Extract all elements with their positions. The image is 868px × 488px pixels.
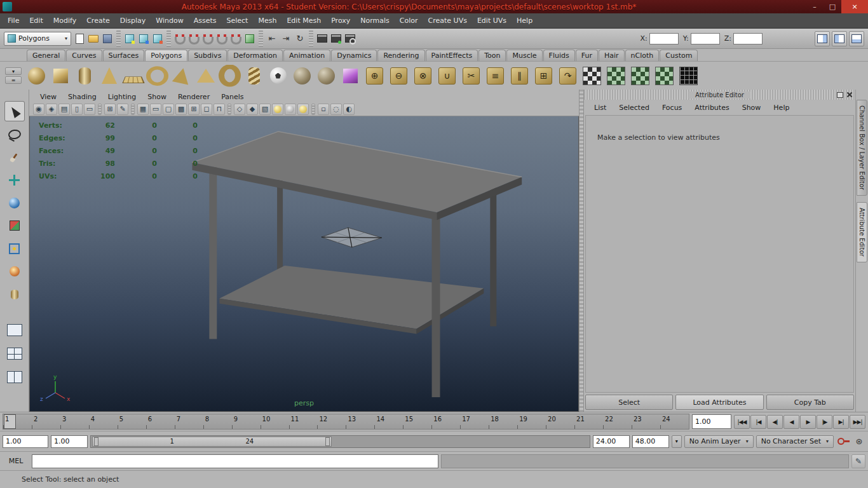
safe-action-icon[interactable] — [201, 104, 212, 115]
z-coordinate-field[interactable] — [733, 33, 763, 44]
grid-icon[interactable] — [137, 104, 149, 115]
y-coordinate-field[interactable] — [691, 33, 720, 44]
go-to-playback-end-button[interactable]: ▶▶| — [850, 415, 865, 429]
command-language-toggle[interactable]: MEL — [3, 457, 29, 465]
sidebar-tab[interactable]: Attribute Editor — [857, 202, 867, 262]
wireframe-icon[interactable] — [234, 104, 245, 115]
select-by-object-type-icon[interactable] — [137, 32, 151, 46]
frame-tick[interactable]: 19 — [517, 414, 546, 429]
frame-tick[interactable]: 4 — [89, 414, 118, 429]
paint-selection-tool[interactable] — [4, 147, 25, 167]
auto-keyframe-button[interactable] — [836, 435, 850, 448]
bookmarks-icon[interactable] — [71, 104, 83, 115]
poly-soccer-ball-icon[interactable] — [267, 65, 289, 87]
automatic-mapping-icon[interactable] — [605, 65, 627, 87]
snap-to-projected-center-icon[interactable] — [215, 32, 229, 46]
frame-tick[interactable]: 8 — [203, 414, 232, 429]
playback-options-dropdown[interactable]: ▾ — [672, 435, 682, 448]
menu-item[interactable]: Create UVs — [423, 13, 472, 28]
sculpt-geometry-icon[interactable] — [291, 65, 313, 87]
playback-end-field[interactable] — [593, 435, 630, 448]
menu-item[interactable]: Modify — [48, 13, 81, 28]
frame-tick[interactable]: 21 — [574, 414, 603, 429]
shelf-tab[interactable]: Dynamics — [331, 50, 377, 61]
menu-set-selector[interactable]: Polygons ▾ — [4, 32, 71, 46]
poly-torus-icon[interactable] — [146, 65, 168, 87]
new-scene-icon[interactable] — [72, 32, 86, 46]
panel-menu-item[interactable]: Show — [142, 93, 172, 101]
shadows-icon[interactable] — [285, 104, 296, 115]
open-scene-icon[interactable] — [86, 32, 100, 46]
save-scene-icon[interactable] — [100, 32, 114, 46]
menu-item[interactable]: Color — [395, 13, 423, 28]
make-live-icon[interactable] — [243, 32, 257, 46]
command-input[interactable] — [32, 454, 438, 468]
separator[interactable] — [98, 104, 102, 115]
extract-icon[interactable] — [412, 65, 434, 87]
frame-tick[interactable]: 18 — [489, 414, 517, 429]
use-all-lights-icon[interactable] — [272, 104, 283, 115]
menu-item[interactable]: Mesh — [253, 13, 281, 28]
show-manipulator-tool[interactable] — [4, 284, 25, 304]
ipr-render-icon[interactable] — [329, 32, 343, 46]
spherical-mapping-icon[interactable] — [653, 65, 675, 87]
menu-item[interactable]: Proxy — [326, 13, 355, 28]
shelf-tab[interactable]: Toon — [478, 50, 506, 61]
shelf-tab[interactable]: Custom — [660, 50, 698, 61]
playback-start-field[interactable] — [51, 435, 88, 448]
anim-layer-dropdown[interactable]: No Anim Layer ▾ — [684, 435, 754, 448]
frame-tick[interactable]: 13 — [346, 414, 374, 429]
perspective-viewport[interactable]: Verts: 62 0 0 Edges: 99 0 0 — [29, 116, 579, 412]
menu-item[interactable]: Select — [221, 13, 253, 28]
gate-mask-icon[interactable] — [175, 104, 187, 115]
soft-modification-tool[interactable] — [4, 261, 25, 281]
attribute-editor-menu-item[interactable]: Show — [736, 104, 768, 112]
shelf-tab[interactable]: Curves — [66, 50, 102, 61]
screen-space-ao-icon[interactable] — [297, 104, 309, 115]
frame-tick[interactable]: 23 — [632, 414, 660, 429]
go-to-playback-start-button[interactable]: |◀◀ — [734, 415, 750, 429]
shelf-tab[interactable]: Animation — [283, 50, 330, 61]
select-by-hierarchy-icon[interactable] — [123, 32, 137, 46]
select-by-component-type-icon[interactable] — [151, 32, 165, 46]
poly-pyramid-icon[interactable] — [194, 65, 217, 87]
panel-menu-item[interactable]: Renderer — [172, 93, 215, 101]
snap-to-curves-icon[interactable] — [187, 32, 201, 46]
universal-manipulator-tool[interactable] — [4, 238, 25, 259]
shelf-tab[interactable]: Fur — [576, 50, 598, 61]
rotate-tool[interactable] — [4, 193, 25, 213]
frame-tick[interactable]: 17 — [460, 414, 489, 429]
shelf-tab[interactable]: Surfaces — [103, 50, 145, 61]
frame-tick[interactable]: 11 — [289, 414, 318, 429]
menu-item[interactable]: Edit Mesh — [281, 13, 326, 28]
poly-cone-icon[interactable] — [98, 65, 120, 87]
frame-tick[interactable]: 12 — [317, 414, 346, 429]
combine-icon[interactable] — [363, 65, 386, 87]
attribute-editor-menu-item[interactable]: Focus — [656, 104, 688, 112]
lasso-tool[interactable] — [4, 124, 25, 144]
camera-attributes-icon[interactable] — [58, 104, 70, 115]
menu-item[interactable]: Window — [151, 13, 188, 28]
booleans-icon[interactable] — [436, 65, 458, 87]
range-handle-right[interactable] — [325, 437, 330, 446]
snap-to-view-planes-icon[interactable] — [229, 32, 243, 46]
sidebar-tab[interactable]: Channel Box / Layer Editor — [857, 100, 867, 196]
uv-texture-editor-icon[interactable] — [677, 65, 700, 87]
poly-sphere-icon[interactable] — [25, 65, 48, 87]
snap-to-points-icon[interactable] — [201, 32, 215, 46]
image-plane-icon[interactable] — [84, 104, 95, 115]
attribute-editor-header[interactable]: Attribute Editor — [584, 90, 855, 100]
float-panel-icon[interactable] — [837, 92, 843, 98]
shaded-icon[interactable] — [247, 104, 258, 115]
split-polygon-icon[interactable] — [460, 65, 482, 87]
toggle-attribute-editor-button[interactable] — [815, 31, 830, 46]
film-gate-icon[interactable] — [150, 104, 161, 115]
frame-tick[interactable]: 1 — [3, 414, 32, 429]
frame-tick[interactable]: 22 — [603, 414, 632, 429]
menu-item[interactable]: Edit UVs — [472, 13, 512, 28]
step-forward-one-frame-button[interactable]: |▶ — [817, 415, 832, 429]
snap-to-grids-icon[interactable] — [173, 32, 187, 46]
separator[interactable] — [166, 30, 171, 47]
frame-tick[interactable]: 20 — [546, 414, 574, 429]
separator[interactable] — [131, 104, 135, 115]
